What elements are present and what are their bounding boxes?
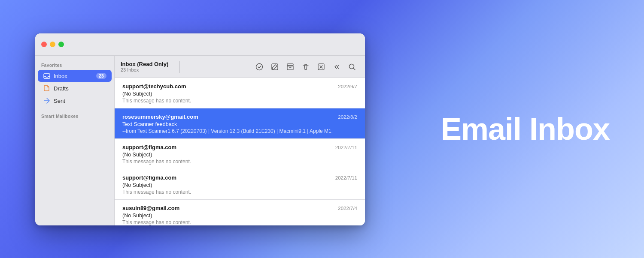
email-from: susuin89@gmail.com: [122, 205, 179, 211]
email-item[interactable]: support@figma.com 2022/7/11 (No Subject)…: [115, 169, 365, 200]
toolbar-title: Inbox (Read Only): [121, 61, 168, 67]
delete-button[interactable]: [299, 60, 313, 74]
email-date: 2022/7/11: [335, 175, 357, 180]
inbox-icon: [43, 72, 51, 80]
svg-rect-3: [287, 64, 293, 66]
toolbar-subtitle: 23 Inbox: [121, 67, 168, 72]
title-bar: [35, 33, 365, 56]
main-area: Inbox (Read Only) 23 Inbox: [115, 56, 365, 225]
archive-button[interactable]: [283, 60, 297, 74]
svg-point-1: [256, 63, 263, 70]
smart-mailboxes-label: Smart Mailboxes: [35, 111, 114, 120]
email-header: support@figma.com 2022/7/11: [122, 174, 357, 181]
email-subject: (No Subject): [122, 152, 357, 158]
sidebar: Favorites Inbox 23: [35, 56, 115, 225]
email-item[interactable]: support@figma.com 2022/7/11 (No Subject)…: [115, 139, 365, 169]
traffic-lights: [41, 42, 64, 47]
close-button[interactable]: [41, 42, 47, 47]
minimize-button[interactable]: [50, 42, 55, 47]
new-message-button[interactable]: [268, 60, 282, 74]
sidebar-item-sent[interactable]: Sent: [38, 95, 112, 107]
sent-icon: [43, 97, 51, 105]
search-button[interactable]: [345, 60, 359, 74]
email-header: susuin89@gmail.com 2022/7/4: [122, 205, 357, 211]
email-item[interactable]: support@techycub.com 2022/9/7 (No Subjec…: [115, 78, 365, 108]
toolbar-divider: [179, 61, 180, 73]
email-from: support@techycub.com: [122, 83, 186, 90]
email-list[interactable]: support@techycub.com 2022/9/7 (No Subjec…: [115, 78, 365, 225]
email-preview: This message has no content.: [122, 219, 357, 225]
sidebar-item-inbox[interactable]: Inbox 23: [38, 70, 112, 82]
email-from: support@figma.com: [122, 174, 176, 181]
toolbar-title-area: Inbox (Read Only) 23 Inbox: [121, 61, 168, 72]
email-header: rosesummersky@gmail.com 2022/8/2: [122, 114, 357, 120]
email-subject: (No Subject): [122, 213, 357, 219]
sent-label: Sent: [54, 98, 106, 104]
window-content: Favorites Inbox 23: [35, 56, 365, 225]
email-preview: This message has no content.: [122, 159, 357, 165]
drafts-label: Drafts: [54, 85, 106, 92]
email-header: support@figma.com 2022/7/11: [122, 144, 357, 150]
maximize-button[interactable]: [58, 42, 64, 47]
junk-button[interactable]: [314, 60, 328, 74]
email-preview: This message has no content.: [122, 189, 357, 195]
email-item[interactable]: rosesummersky@gmail.com 2022/8/2 Text Sc…: [115, 108, 365, 139]
email-preview: --from Text Scanner1.6.7 (20220703) | Ve…: [122, 128, 357, 134]
email-date: 2022/7/4: [338, 206, 357, 211]
email-subject: Text Scanner feedback: [122, 121, 357, 127]
toolbar-actions: [184, 60, 359, 74]
get-mail-button[interactable]: [252, 60, 266, 74]
email-subject: (No Subject): [122, 91, 357, 97]
email-preview: This message has no content.: [122, 98, 357, 104]
email-header: support@techycub.com 2022/9/7: [122, 83, 357, 90]
sidebar-item-drafts[interactable]: Drafts: [38, 82, 112, 94]
svg-point-6: [349, 64, 354, 69]
toolbar: Inbox (Read Only) 23 Inbox: [115, 56, 365, 78]
email-from: rosesummersky@gmail.com: [122, 114, 198, 120]
drafts-icon: [43, 84, 51, 92]
favorites-label: Favorites: [35, 60, 114, 69]
hero-title: Email Inbox: [441, 111, 610, 147]
email-from: support@figma.com: [122, 144, 176, 150]
email-date: 2022/9/7: [338, 84, 357, 89]
inbox-badge: 23: [96, 73, 106, 79]
email-item[interactable]: susuin89@gmail.com 2022/7/4 (No Subject)…: [115, 200, 365, 225]
mac-window: Favorites Inbox 23: [35, 33, 365, 225]
email-date: 2022/8/2: [338, 114, 357, 120]
email-subject: (No Subject): [122, 182, 357, 188]
email-date: 2022/7/11: [335, 145, 357, 150]
inbox-label: Inbox: [54, 73, 93, 79]
more-button[interactable]: [330, 60, 343, 74]
